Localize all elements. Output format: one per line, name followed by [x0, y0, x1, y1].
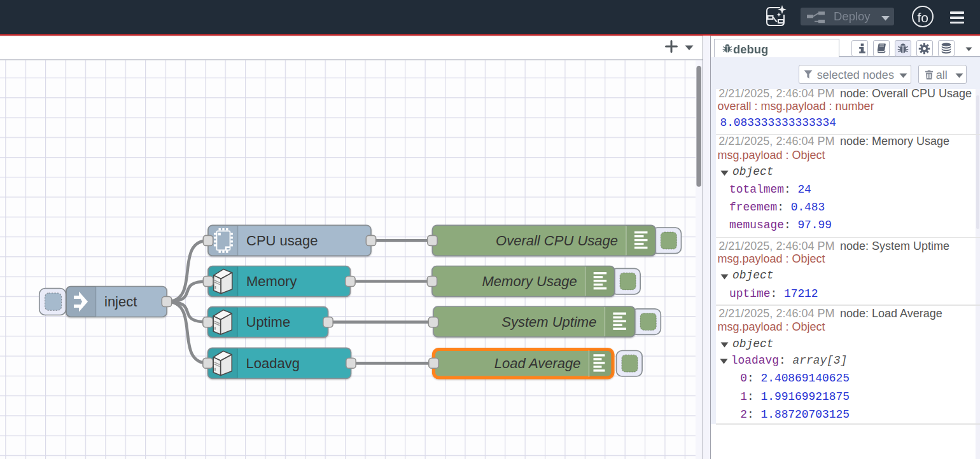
- svg-text:Memory: Memory: [246, 273, 297, 289]
- svg-text:Memory Usage: Memory Usage: [482, 273, 577, 289]
- svg-text:Load Average: Load Average: [494, 355, 581, 371]
- svg-text:Overall CPU Usage: Overall CPU Usage: [496, 233, 618, 249]
- svg-text:Loadavg: Loadavg: [246, 355, 300, 371]
- svg-text:CPU usage: CPU usage: [246, 233, 318, 249]
- svg-text:System Uptime: System Uptime: [501, 314, 596, 330]
- svg-text:inject: inject: [104, 294, 137, 310]
- svg-text:Uptime: Uptime: [246, 314, 291, 330]
